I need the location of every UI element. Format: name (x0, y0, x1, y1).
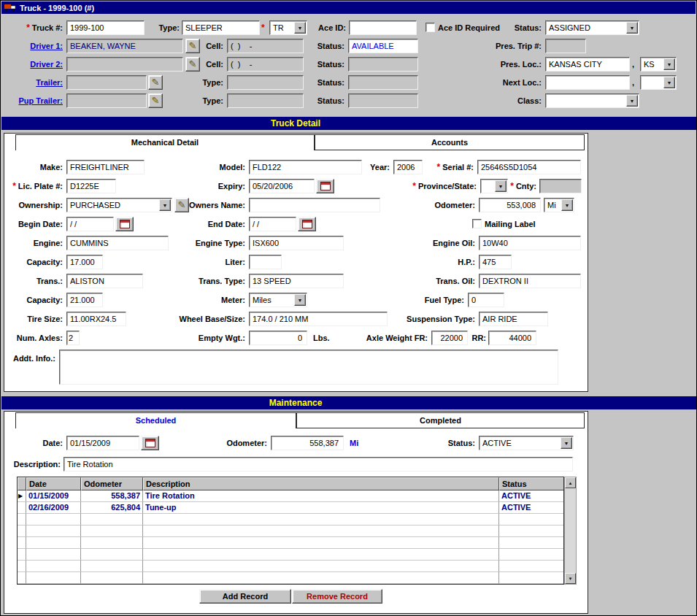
chevron-down-icon[interactable]: ▼ (663, 77, 675, 88)
table-row-empty[interactable] (18, 549, 563, 561)
begin-date-calendar-button[interactable] (115, 217, 134, 231)
pres-loc-state-select[interactable]: KS▼ (640, 57, 677, 72)
next-loc-input[interactable] (545, 75, 630, 90)
type-input[interactable] (182, 20, 260, 35)
cnty-input[interactable] (539, 179, 582, 193)
engine-type-input[interactable] (249, 236, 344, 250)
driver2-status-input[interactable] (348, 57, 418, 72)
ownership-select[interactable]: PURCHASED▼ (66, 198, 172, 212)
province-state-select[interactable]: ▼ (480, 179, 508, 193)
maintenance-odometer-input[interactable] (271, 436, 344, 450)
liter-input[interactable] (249, 255, 282, 269)
chevron-down-icon[interactable]: ▼ (663, 58, 675, 70)
title-bar[interactable]: Truck - 1999-100 (#) (1, 1, 696, 14)
add-record-button[interactable]: Add Record (199, 589, 291, 604)
table-row[interactable]: ▶ 01/15/2009 558,387 Tire Rotation ACTIV… (18, 490, 563, 502)
trans-capacity-input[interactable] (66, 293, 103, 307)
pup-trailer-link[interactable]: Pup Trailer: (1, 93, 63, 108)
trailer-status-input[interactable] (348, 75, 418, 90)
chevron-down-icon[interactable]: ▼ (561, 199, 573, 211)
table-row-empty[interactable] (18, 572, 563, 584)
table-row-empty[interactable] (18, 525, 563, 537)
tab-mechanical-detail[interactable]: Mechanical Detail (15, 134, 315, 150)
end-date-calendar-button[interactable] (298, 217, 316, 231)
odometer-input[interactable] (479, 198, 541, 212)
edit-trailer-button[interactable]: ✎ (148, 75, 163, 90)
driver1-link[interactable]: Driver 1: (1, 39, 63, 53)
tab-accounts[interactable]: Accounts (315, 134, 585, 150)
driver1-status-input[interactable] (348, 39, 418, 53)
end-date-input[interactable] (249, 217, 296, 231)
lic-plate-input[interactable] (66, 179, 116, 193)
expiry-input[interactable] (249, 179, 315, 193)
wheel-base-input[interactable] (249, 312, 388, 326)
ace-id-required-checkbox[interactable] (425, 23, 435, 32)
begin-date-input[interactable] (66, 217, 114, 231)
tab-completed[interactable]: Completed (296, 412, 585, 428)
trailer-input[interactable] (66, 75, 147, 90)
table-header-odometer[interactable]: Odometer (81, 477, 143, 490)
year-input[interactable] (393, 160, 423, 174)
suspension-type-input[interactable] (479, 312, 548, 326)
table-scrollbar[interactable]: ▲ ▼ (564, 477, 577, 585)
chevron-down-icon[interactable]: ▼ (626, 95, 638, 107)
serial-input[interactable] (477, 160, 581, 174)
pup-status-input[interactable] (348, 93, 418, 108)
trans-input[interactable] (66, 274, 143, 288)
comma-separator: , (632, 57, 638, 72)
table-header-description[interactable]: Description (143, 477, 499, 490)
driver2-input[interactable] (66, 57, 183, 72)
fuel-type-input[interactable] (468, 293, 504, 307)
tab-scheduled[interactable]: Scheduled (15, 412, 296, 428)
ace-id-input[interactable] (349, 20, 417, 35)
table-header-status[interactable]: Status (499, 477, 564, 490)
expiry-calendar-button[interactable] (316, 179, 334, 193)
chevron-down-icon[interactable]: ▼ (159, 199, 171, 211)
status-select[interactable]: ASSIGNED▼ (545, 20, 639, 35)
scrollbar-down-button[interactable]: ▼ (565, 573, 576, 584)
table-row[interactable]: 02/16/2009 625,804 Tune-up ACTIVE (18, 502, 563, 514)
empty-wgt-input[interactable] (249, 331, 307, 345)
scrollbar-up-button[interactable]: ▲ (565, 477, 576, 488)
addt-info-textarea[interactable] (59, 350, 558, 385)
driver2-link[interactable]: Driver 2: (1, 57, 63, 72)
description-input[interactable] (63, 457, 573, 471)
pup-trailer-input[interactable] (66, 93, 147, 108)
next-loc-state-select[interactable]: ▼ (640, 75, 677, 90)
remove-record-button[interactable]: Remove Record (292, 589, 382, 604)
mailing-label-checkbox[interactable] (472, 219, 482, 228)
driver1-input[interactable] (66, 39, 183, 53)
maintenance-date-input[interactable] (66, 436, 139, 450)
maintenance-date-calendar-button[interactable] (141, 436, 159, 450)
table-header-date[interactable]: Date (26, 477, 81, 490)
trans-oil-input[interactable] (479, 274, 581, 288)
axle-rr-input[interactable] (488, 331, 536, 345)
engine-input[interactable] (66, 236, 169, 250)
table-row-empty[interactable] (18, 561, 563, 572)
chevron-down-icon[interactable]: ▼ (495, 180, 507, 192)
trans-type-input[interactable] (249, 274, 344, 288)
engine-oil-input[interactable] (479, 236, 581, 250)
tire-size-input[interactable] (66, 312, 126, 326)
chevron-down-icon[interactable]: ▼ (294, 294, 306, 306)
owners-name-input[interactable] (249, 198, 380, 212)
engine-capacity-input[interactable] (66, 255, 103, 269)
class-select[interactable]: ▼ (545, 93, 639, 108)
table-row-empty[interactable] (18, 514, 563, 525)
edit-pup-trailer-button[interactable]: ✎ (148, 93, 163, 108)
hp-input[interactable] (479, 255, 512, 269)
chevron-down-icon[interactable]: ▼ (561, 437, 572, 449)
num-axles-input[interactable] (66, 331, 80, 345)
odometer-unit-select[interactable]: Mi▼ (544, 198, 574, 212)
axle-fr-input[interactable] (431, 331, 468, 345)
trailer-link[interactable]: Trailer: (1, 75, 63, 90)
edit-ownership-button[interactable]: ✎ (174, 198, 189, 212)
maintenance-status-select[interactable]: ACTIVE▼ (479, 436, 574, 450)
make-input[interactable] (66, 160, 145, 174)
chevron-down-icon[interactable]: ▼ (626, 22, 638, 34)
meter-select[interactable]: Miles▼ (249, 293, 307, 307)
pres-loc-input[interactable] (545, 57, 630, 72)
model-input[interactable] (249, 160, 362, 174)
table-row-empty[interactable] (18, 537, 563, 549)
pres-trip-input[interactable] (545, 39, 586, 53)
